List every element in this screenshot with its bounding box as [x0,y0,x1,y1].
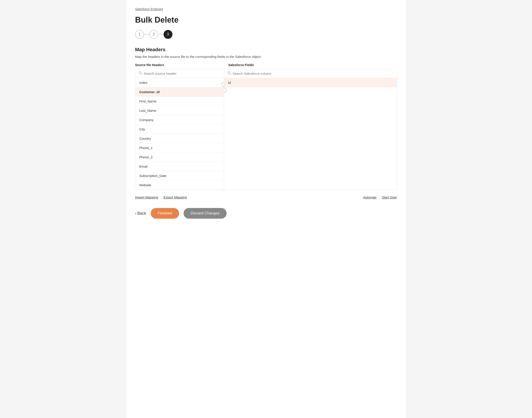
columns-headers: Source file Headers Salesforce Fields [135,63,397,69]
back-chevron-icon: ‹ [135,211,136,216]
bottom-right-actions: Automap Start Over [363,195,397,199]
source-list-item[interactable]: Email [135,162,224,171]
source-search-icon [138,71,142,76]
footer-nav: ‹ Back Finished Discard Changes [135,208,397,219]
source-list: IndexCustomer_IdFirst_NameLast_NameCompa… [135,78,224,190]
svg-line-3 [230,74,230,74]
source-list-item[interactable]: Phone_1 [135,143,224,152]
bottom-left-actions: Import Mapping Export Mapping [135,195,187,199]
source-list-item[interactable]: Last_Name [135,106,224,115]
sf-list: Id [224,78,397,190]
import-mapping-button[interactable]: Import Mapping [135,195,158,199]
step-1[interactable]: 1 [135,30,144,39]
discard-button[interactable]: Discard Changes [183,208,227,219]
source-list-item[interactable]: First_Name [135,97,224,106]
automap-button[interactable]: Automap [363,195,376,199]
source-list-item[interactable]: Subscription_Date [135,171,224,181]
source-list-item[interactable]: Country [135,134,224,143]
page-title: Bulk Delete [135,15,397,25]
export-mapping-button[interactable]: Export Mapping [164,195,187,199]
section-desc: Map the headers in the source file to th… [135,55,397,58]
stepper: 1 2 3 [135,30,397,39]
sf-panel: Id [224,69,397,190]
step-3[interactable]: 3 [164,30,172,39]
sf-search-input[interactable] [233,72,394,75]
sf-list-item[interactable]: Id [224,78,397,87]
bottom-actions: Import Mapping Export Mapping Automap St… [135,195,397,199]
start-over-button[interactable]: Start Over [382,195,397,199]
step-2[interactable]: 2 [149,30,158,39]
source-list-item[interactable]: Index [135,78,224,87]
back-button[interactable]: ‹ Back [135,211,146,216]
source-list-item[interactable]: Company [135,115,224,125]
source-search-input[interactable] [144,72,221,75]
finished-button[interactable]: Finished [151,208,179,219]
sf-col-header: Salesforce Fields [228,63,254,67]
source-panel: IndexCustomer_IdFirst_NameLast_NameCompa… [135,69,224,190]
sf-search-icon [227,71,231,76]
source-search-box[interactable] [135,69,224,78]
source-list-item[interactable]: Phone_2 [135,152,224,162]
source-list-item[interactable]: City [135,125,224,134]
breadcrumb[interactable]: Salesforce Endpoint [135,7,163,11]
back-label: Back [137,211,146,216]
source-col-header: Source file Headers [135,63,164,67]
step-connector-1 [144,34,150,35]
mapping-container: IndexCustomer_IdFirst_NameLast_NameCompa… [135,69,397,190]
source-list-item[interactable]: Customer_Id [135,87,224,97]
sf-search-box[interactable] [224,69,397,78]
step-connector-2 [158,34,164,35]
source-list-item[interactable]: Website [135,181,224,190]
section-title: Map Headers [135,47,397,53]
svg-line-1 [141,74,142,74]
